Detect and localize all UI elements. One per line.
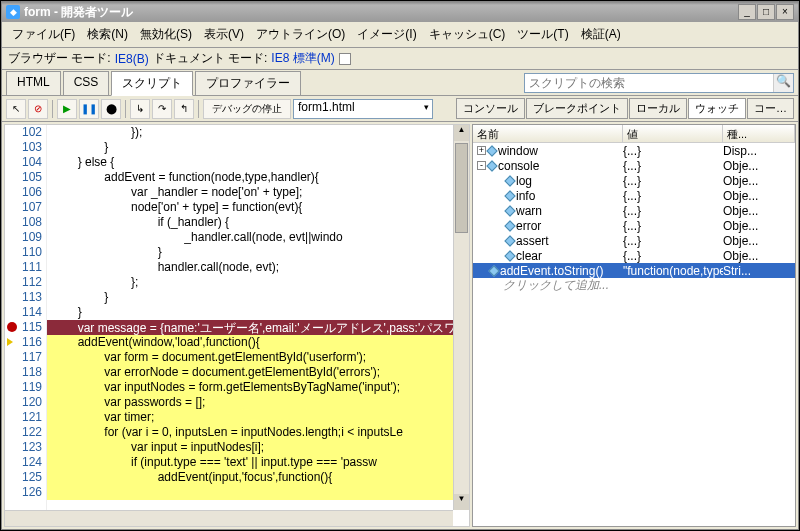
play-icon[interactable]: ▶ [57,99,77,119]
watch-row[interactable]: -console{...}Obje... [473,158,795,173]
menu-item[interactable]: ファイル(F) [6,24,81,45]
pause-icon[interactable]: ❚❚ [79,99,99,119]
watch-row[interactable]: warn{...}Obje... [473,203,795,218]
property-icon [486,160,497,171]
watch-value: {...} [623,159,723,173]
watch-name: info [516,189,535,203]
watch-row[interactable]: addEvent.toString()"function(node,type,h… [473,263,795,278]
watch-col-value[interactable]: 値 [623,125,723,142]
main-area: 1021031041051061071081091101111121131141… [2,122,798,529]
right-tab[interactable]: ローカル [629,98,687,119]
menu-item[interactable]: アウトライン(O) [250,24,351,45]
watch-row[interactable]: info{...}Obje... [473,188,795,203]
watch-type: Obje... [723,204,795,218]
tab-プロファイラー[interactable]: プロファイラー [195,71,301,96]
right-tab[interactable]: ブレークポイント [526,98,628,119]
watch-name: log [516,174,532,188]
step-out-icon[interactable]: ↰ [174,99,194,119]
mode-row: ブラウザー モード: IE8(B) ドキュメント モード: IE8 標準(M) [2,48,798,70]
watch-pane: 名前 値 種... +window{...}Disp...-console{..… [472,124,796,527]
expand-icon[interactable]: + [477,146,486,155]
menu-item[interactable]: 検索(N) [81,24,134,45]
watch-type: Obje... [723,159,795,173]
tab-css[interactable]: CSS [63,71,110,96]
watch-col-name[interactable]: 名前 [473,125,623,142]
stop-debug-button[interactable]: デバッグの停止 [203,99,291,119]
app-icon: ◆ [6,5,20,19]
watch-header: 名前 値 種... [473,125,795,143]
watch-type: Obje... [723,174,795,188]
watch-row[interactable]: log{...}Obje... [473,173,795,188]
watch-row[interactable]: clear{...}Obje... [473,248,795,263]
watch-add-hint[interactable]: クリックして追加... [473,277,609,294]
collapse-icon[interactable]: - [477,161,486,170]
watch-value: {...} [623,204,723,218]
browser-mode-label: ブラウザー モード: [8,50,111,67]
watch-row[interactable]: +window{...}Disp... [473,143,795,158]
watch-value: {...} [623,234,723,248]
watch-value: {...} [623,219,723,233]
titlebar[interactable]: ◆ form - 開発者ツール _ □ × [2,2,798,22]
property-icon [504,220,515,231]
code-editor[interactable]: }); } } else { addEvent = function(node,… [47,125,469,526]
right-tab[interactable]: コンソール [456,98,525,119]
horizontal-scrollbar[interactable] [5,510,453,526]
property-icon [504,190,515,201]
break-all-icon[interactable]: ⬤ [101,99,121,119]
menu-item[interactable]: イメージ(I) [351,24,422,45]
watch-name: assert [516,234,549,248]
file-select[interactable]: form1.html [293,99,433,119]
window-title: form - 開発者ツール [24,4,738,21]
step-into-icon[interactable]: ↳ [130,99,150,119]
code-pane: 1021031041051061071081091101111121131141… [4,124,470,527]
right-tab[interactable]: コー… [747,98,794,119]
search-input[interactable] [525,74,773,92]
window-controls: _ □ × [738,4,794,20]
watch-type: Disp... [723,144,795,158]
scroll-thumb[interactable] [455,143,468,233]
minimize-button[interactable]: _ [738,4,756,20]
menu-item[interactable]: 無効化(S) [134,24,198,45]
scroll-up-icon[interactable]: ▲ [454,125,469,141]
devtools-window: ◆ form - 開発者ツール _ □ × ファイル(F)検索(N)無効化(S)… [1,1,799,530]
watch-rows: +window{...}Disp...-console{...}Obje...l… [473,143,795,526]
property-icon [504,175,515,186]
maximize-button[interactable]: □ [757,4,775,20]
close-button[interactable]: × [776,4,794,20]
script-search: 🔍 [524,73,794,93]
right-tabs: コンソールブレークポイントローカルウォッチコー… [456,98,794,119]
vertical-scrollbar[interactable]: ▲ ▼ [453,125,469,510]
menu-item[interactable]: ツール(T) [511,24,574,45]
search-icon[interactable]: 🔍 [773,74,793,92]
watch-name: warn [516,204,542,218]
watch-row[interactable]: error{...}Obje... [473,218,795,233]
doc-mode-value[interactable]: IE8 標準(M) [271,50,334,67]
menu-item[interactable]: キャッシュ(C) [423,24,512,45]
browser-mode-value[interactable]: IE8(B) [115,52,149,66]
menu-item[interactable]: 表示(V) [198,24,250,45]
watch-name: clear [516,249,542,263]
menu-item[interactable]: 検証(A) [575,24,627,45]
tab-html[interactable]: HTML [6,71,61,96]
watch-name: addEvent.toString() [500,264,603,278]
watch-value: {...} [623,174,723,188]
watch-col-type[interactable]: 種... [723,125,795,142]
line-gutter[interactable]: 1021031041051061071081091101111121131141… [5,125,47,526]
watch-type: Obje... [723,189,795,203]
step-over-icon[interactable]: ↷ [152,99,172,119]
select-element-icon[interactable]: ↖ [6,99,26,119]
watch-name: window [498,144,538,158]
clear-icon[interactable]: ⊘ [28,99,48,119]
watch-row[interactable]: assert{...}Obje... [473,233,795,248]
doc-mode-label: ドキュメント モード: [153,50,268,67]
property-icon [504,235,515,246]
property-icon [504,205,515,216]
tab-スクリプト[interactable]: スクリプト [111,71,193,96]
scroll-down-icon[interactable]: ▼ [454,494,469,510]
menubar: ファイル(F)検索(N)無効化(S)表示(V)アウトライン(O)イメージ(I)キ… [2,22,798,48]
right-tab[interactable]: ウォッチ [688,98,746,119]
property-icon [486,145,497,156]
watch-value: {...} [623,189,723,203]
mode-box-icon[interactable] [339,53,351,65]
property-icon [504,250,515,261]
